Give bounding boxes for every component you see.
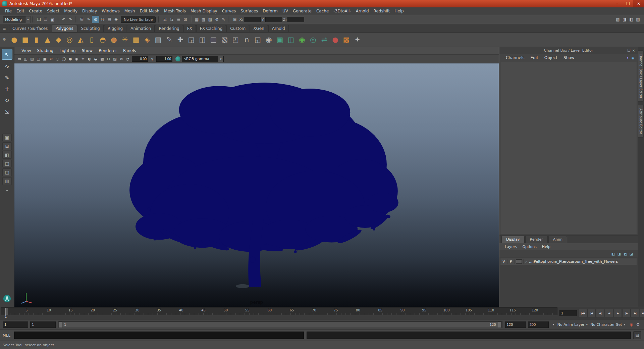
sculpt-objects-icon[interactable]: ● [330, 34, 341, 45]
menu-item[interactable]: Mesh Tools [162, 9, 188, 13]
node-editor-icon[interactable]: ✦ [352, 34, 363, 45]
output-connections-icon[interactable]: ⇆ [168, 16, 175, 23]
create-polygon-tool-icon[interactable]: ✎ [164, 34, 175, 45]
select-tool[interactable]: ↖ [2, 49, 12, 60]
playback-end-input[interactable] [505, 321, 526, 328]
layout-collapse-button[interactable]: – [6, 188, 8, 193]
float-panel-icon[interactable]: ❐ [627, 49, 631, 52]
viewport[interactable]: persp [14, 63, 499, 307]
command-input[interactable] [14, 332, 304, 339]
coordinate-input[interactable] [244, 17, 261, 22]
snap-to-grids-icon[interactable]: ⊞ [78, 16, 85, 22]
layer-color-swatch[interactable] [516, 259, 522, 264]
channel-list-area[interactable] [500, 62, 637, 234]
lock-camera-icon[interactable]: ◫ [22, 56, 29, 62]
layout-four-pane-button[interactable]: ⊞ [2, 142, 12, 150]
layer-move-down-icon[interactable]: ◨ [616, 252, 622, 256]
append-to-polygon-icon[interactable]: ✚ [175, 34, 186, 45]
channel-slider-mode-icon[interactable]: ✦ [625, 56, 630, 60]
poly-pipe-icon[interactable]: ▯ [86, 34, 97, 45]
sidebar-vertical-tab[interactable]: Channel Box / Layer Editor [638, 50, 644, 102]
step-back-frame-button[interactable]: ◀| [596, 309, 604, 318]
menu-item[interactable]: Modify [62, 9, 80, 13]
menu-item[interactable]: Deform [260, 9, 280, 13]
bevel-icon[interactable]: ◰ [230, 34, 241, 45]
bookmarks-icon[interactable]: ▢ [35, 56, 42, 62]
menu-item[interactable]: Edit Mesh [137, 9, 162, 13]
extrude-icon[interactable]: ◱ [252, 34, 263, 45]
close-panel-icon[interactable]: × [631, 49, 636, 52]
channel-speed-icon[interactable]: ◉ [630, 56, 636, 60]
layout-single-pane-button[interactable]: ▣ [2, 134, 12, 141]
gamma-icon[interactable]: γ [149, 56, 155, 62]
toggle-attribute-editor-icon[interactable]: ◨ [621, 16, 628, 23]
poly-plane-icon[interactable]: ◆ [53, 34, 64, 45]
bridge-icon[interactable]: ∩ [241, 34, 252, 45]
shelf-tabs-menu-icon[interactable]: ≡ [1, 26, 7, 32]
sidebar-vertical-tab[interactable]: Attribute Editor [638, 105, 644, 138]
wireframe-mode-icon[interactable]: ◯ [61, 56, 67, 62]
new-layer-from-selected-icon[interactable]: ◪ [628, 252, 634, 256]
shelf-tab[interactable]: XGen [250, 25, 268, 32]
minimize-button[interactable]: – [612, 0, 623, 7]
poly-torus-icon[interactable]: ◎ [64, 34, 75, 45]
snap-to-curves-icon[interactable]: ∿ [85, 16, 92, 22]
new-empty-layer-icon[interactable]: ◩ [622, 252, 628, 256]
xray-icon[interactable]: ▨ [112, 56, 118, 62]
animation-preferences-button[interactable]: ⚙ [635, 321, 641, 328]
menu-item[interactable]: Windows [99, 9, 122, 13]
menu-item[interactable]: Arnold [354, 9, 371, 13]
lasso-select-tool[interactable]: ∿ [2, 61, 12, 71]
time-slider[interactable]: 5101520253035404550556065707580859095100… [1, 307, 557, 315]
shelf-tab[interactable]: Rigging [104, 25, 126, 32]
layer-name[interactable]: ...:Peltophorum_Pterocarpum_Tree_with_Fl… [529, 259, 618, 264]
go-to-start-button[interactable]: |◀◀ [579, 309, 587, 318]
snap-to-projected-center-icon[interactable]: ◎ [99, 16, 106, 22]
step-back-key-button[interactable]: |◀ [587, 309, 596, 318]
layer-playback-toggle[interactable]: P [507, 259, 515, 264]
paint-effects-icon[interactable]: ✎ [220, 16, 227, 23]
scale-tool[interactable]: ⇲ [2, 107, 12, 117]
select-camera-icon[interactable]: ▭ [16, 56, 22, 62]
menu-item[interactable]: UV [280, 9, 290, 13]
shelf-tab[interactable]: Custom [226, 25, 249, 32]
poly-cylinder-icon[interactable]: ▮ [31, 34, 42, 45]
channel-box-menu-item[interactable]: Show [560, 55, 577, 60]
two-d-pan-zoom-icon[interactable]: ⊕ [48, 56, 54, 62]
ambient-occlusion-icon[interactable]: ◒ [93, 56, 99, 62]
image-plane-icon[interactable]: ▣ [42, 56, 48, 62]
shelf-tab[interactable]: Polygons [52, 25, 77, 32]
menu-item[interactable]: Help [392, 9, 406, 13]
shelf-tab[interactable]: FX [183, 25, 196, 32]
quad-draw-tool-icon[interactable]: ◲ [186, 34, 197, 45]
make-live-icon[interactable]: ◈ [113, 16, 119, 22]
live-surface-field[interactable]: No Live Surface [121, 16, 156, 23]
layer-row[interactable]: V P △ ...:Peltophorum_Pterocarpum_Tree_w… [500, 258, 637, 265]
exposure-icon[interactable]: ◔ [124, 56, 131, 62]
layer-editor-menu-item[interactable]: Options [520, 245, 539, 249]
panel-menu-item[interactable]: View [18, 48, 34, 53]
offset-edge-loop-icon[interactable]: ▧ [219, 34, 230, 45]
poly-plane-grid-icon[interactable]: ▦ [130, 34, 142, 45]
layout-hypershade-button[interactable]: ◫ [2, 168, 12, 176]
range-end-handle[interactable] [498, 321, 501, 328]
toggle-tool-settings-icon[interactable]: ◧ [628, 16, 635, 23]
oversampling-icon[interactable]: ◌ [54, 56, 61, 62]
panel-menu-item[interactable]: Lighting [56, 48, 79, 53]
new-scene-icon[interactable]: ❏ [36, 16, 42, 23]
shaded-mode-icon[interactable]: ● [67, 56, 73, 62]
layout-persp-graph-button[interactable]: ◰ [2, 160, 12, 167]
coordinate-input[interactable] [287, 17, 304, 22]
shelf-tab[interactable]: Sculpting [77, 25, 104, 32]
layer-display-mode[interactable] [515, 259, 524, 264]
step-forward-frame-button[interactable]: |▶ [622, 309, 631, 318]
shelf-options-menu-icon[interactable]: ⚙ [1, 36, 7, 42]
ipr-render-icon[interactable]: ▨ [207, 16, 213, 23]
snap-to-points-icon[interactable]: ⊙ [92, 16, 99, 23]
smooth-proxy-icon[interactable]: ◉ [297, 34, 308, 45]
paint-select-tool[interactable]: ✎ [2, 72, 12, 83]
character-set-dropdown[interactable]: No Character Set ▾ [590, 321, 625, 328]
render-settings-icon[interactable]: ⚙ [213, 16, 220, 23]
channel-box-menu-item[interactable]: Object [541, 55, 560, 60]
gamma-input[interactable] [156, 56, 172, 62]
